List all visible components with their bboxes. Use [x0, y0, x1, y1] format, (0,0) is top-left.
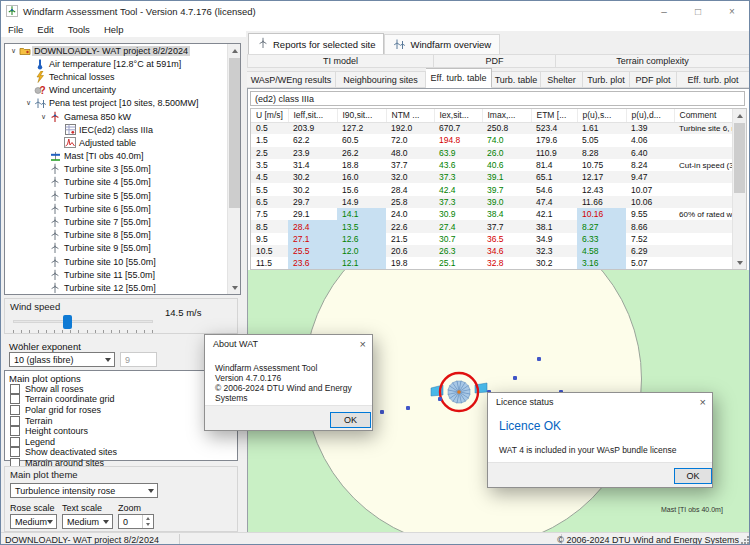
wohler-secondary-field[interactable]: 9	[120, 352, 157, 367]
text-scale-combobox[interactable]: Medium	[62, 514, 113, 529]
tab-neighbouring-sites[interactable]: Neighbouring sites	[336, 71, 426, 88]
plot-theme-combobox[interactable]: Turbulence intensity rose	[10, 483, 158, 498]
ok-button[interactable]: OK	[330, 412, 371, 428]
checkbox[interactable]	[10, 426, 20, 436]
tree-item[interactable]: Turbine site 7 [55.0m]	[5, 215, 240, 228]
table-row[interactable]: 5.530.215.628.442.439.754.612.4310.07	[251, 183, 734, 195]
tree-item[interactable]: Turbine site 12 [55.0m]	[5, 281, 240, 294]
wind-speed-slider[interactable]	[13, 315, 153, 329]
tree-scrollbar[interactable]	[227, 44, 240, 294]
checkbox[interactable]	[10, 384, 20, 394]
column-header[interactable]: Imax,...	[482, 109, 531, 122]
tree-item[interactable]: ?Wind uncertainty	[5, 84, 240, 97]
tab-group-pdf[interactable]: PDF	[434, 54, 556, 68]
column-header[interactable]: Ieff,sit...	[288, 109, 337, 122]
table-row[interactable]: 10.525.512.020.626.334.632.34.586.29	[251, 245, 734, 257]
turbine-site-dot[interactable]	[438, 397, 442, 401]
column-header[interactable]: p(u),s...	[577, 109, 626, 122]
turbine-site-dot[interactable]	[380, 410, 384, 414]
tree-item[interactable]: ∨Pena test project [10 sites, 8.500MW]	[5, 97, 240, 110]
tree-item[interactable]: Turbine site 11 [55.0m]	[5, 268, 240, 281]
tree-item[interactable]: Turbine site 9 [55.0m]	[5, 242, 240, 255]
table-cell: 21.5	[386, 233, 434, 245]
tab-group-ti-model[interactable]: TI model	[247, 54, 434, 68]
resize-grip-icon[interactable]	[740, 535, 750, 545]
turbine-site-dot[interactable]	[537, 357, 541, 361]
tree-item[interactable]: Turbine site 6 [55.0m]	[5, 202, 240, 215]
zoom-stepper[interactable]: 0	[118, 514, 154, 529]
checkbox[interactable]	[10, 405, 20, 415]
wohler-combobox[interactable]: 10 (glass fibre)	[9, 352, 115, 367]
tab-shelter[interactable]: Shelter	[541, 71, 583, 88]
zoom-down-icon[interactable]	[143, 522, 153, 529]
tree-item[interactable]: Air temperature [12.8°C at 591m]	[5, 57, 240, 70]
checkbox[interactable]	[10, 416, 20, 426]
tab-pdf-plot[interactable]: PDF plot	[630, 71, 677, 88]
column-header[interactable]: U [m/s]	[251, 109, 288, 122]
menu-item-file[interactable]: File	[1, 24, 30, 35]
ok-button[interactable]: OK	[674, 468, 712, 484]
tab-reports-for-selected-site[interactable]: Reports for selected site	[248, 33, 384, 54]
turbine-site-dot[interactable]	[513, 376, 517, 380]
tree-item[interactable]: Turbine site 3 [55.0m]	[5, 163, 240, 176]
table-row[interactable]: 2.523.926.248.063.926.0110.98.286.40	[251, 147, 734, 159]
table-row[interactable]: 3.531.418.837.743.640.681.410.758.24Cut-…	[251, 159, 734, 171]
tree-item[interactable]: Turbine site 10 [55.0m]	[5, 255, 240, 268]
tree-item[interactable]: ∨Gamesa 850 kW	[5, 110, 240, 123]
table-row[interactable]: 1.562.260.572.0194.874.0179.65.054.06	[251, 134, 734, 146]
checkbox[interactable]	[10, 394, 20, 404]
close-icon[interactable]: ×	[715, 1, 749, 21]
menu-item-help[interactable]: Help	[97, 24, 131, 35]
column-header[interactable]: Comment	[674, 109, 734, 122]
close-icon[interactable]: ×	[700, 396, 706, 408]
tab-eff-turb-table[interactable]: Eff. turb. table	[426, 68, 492, 88]
checkbox[interactable]	[10, 437, 20, 447]
slider-thumb[interactable]	[63, 315, 72, 329]
rose-scale-combobox[interactable]: Medium	[10, 514, 57, 529]
collapse-icon[interactable]: ∨	[9, 47, 18, 55]
tree-item[interactable]: Adjusted table	[5, 136, 240, 149]
tree-item[interactable]: ∨DOWNLOADLY- WAT project 8/2/2024	[5, 44, 240, 57]
tab-turb-plot[interactable]: Turb. plot	[583, 71, 630, 88]
tab-turb-table[interactable]: Turb. table	[492, 71, 541, 88]
tab-wasp-weng-results[interactable]: WAsP/WEng results	[247, 71, 336, 88]
close-icon[interactable]: ×	[360, 338, 366, 350]
table-cell: 8.5	[251, 220, 288, 232]
table-row[interactable]: 11.523.612.119.825.132.830.23.165.07	[251, 257, 734, 269]
table-row[interactable]: 4.530.216.032.037.339.165.112.179.47	[251, 171, 734, 183]
checkbox[interactable]	[10, 447, 20, 457]
column-header[interactable]: Iex,sit...	[434, 109, 482, 122]
column-header[interactable]: ETM [...	[531, 109, 577, 122]
table-row[interactable]: 6.529.714.925.837.339.047.411.6610.06	[251, 196, 734, 208]
comment-cell	[674, 134, 734, 146]
turbine-site-dot[interactable]	[406, 406, 410, 410]
zoom-value: 0	[119, 515, 142, 528]
minimize-icon[interactable]: –	[647, 1, 681, 21]
table-row[interactable]: 8.528.413.522.627.437.738.18.278.66	[251, 220, 734, 232]
tab-windfarm-overview[interactable]: Windfarm overview	[384, 34, 500, 54]
table-cell: 32.3	[531, 245, 577, 257]
column-header[interactable]: p(u),d...	[626, 109, 674, 122]
tree-item[interactable]: Turbine site 8 [55.0m]	[5, 229, 240, 242]
collapse-icon[interactable]: ∨	[24, 99, 33, 107]
uncertainty-icon: ?	[33, 84, 47, 96]
tab-eff-turb-plot[interactable]: Eff. turb. plot	[677, 71, 750, 88]
tree-item[interactable]: Turbine site 4 [55.0m]	[5, 176, 240, 189]
column-header[interactable]: NTM ...	[386, 109, 434, 122]
tab-group-terrain-complexity[interactable]: Terrain complexity	[556, 54, 750, 68]
menu-item-tools[interactable]: Tools	[61, 24, 97, 35]
table-row[interactable]: 9.527.112.621.530.736.534.96.337.52	[251, 233, 734, 245]
table-row[interactable]: 7.529.114.124.030.938.442.110.169.5560% …	[251, 208, 734, 220]
menu-item-edit[interactable]: Edit	[30, 24, 60, 35]
tree-item[interactable]: Technical losses	[5, 70, 240, 83]
turbine-icon	[48, 190, 62, 202]
tree-item[interactable]: Turbine site 5 [55.0m]	[5, 189, 240, 202]
tree-item[interactable]: Mast [TI obs 40.0m]	[5, 150, 240, 163]
table-scrollbar[interactable]	[732, 109, 746, 269]
project-icon	[18, 45, 32, 57]
maximize-icon[interactable]: □	[681, 1, 715, 21]
tree-item[interactable]: IEC(ed2) class IIIa	[5, 123, 240, 136]
collapse-icon[interactable]: ∨	[39, 113, 48, 121]
table-row[interactable]: 0.5203.9127.2192.0670.7250.8523.41.611.3…	[251, 122, 734, 134]
column-header[interactable]: I90,sit...	[337, 109, 386, 122]
